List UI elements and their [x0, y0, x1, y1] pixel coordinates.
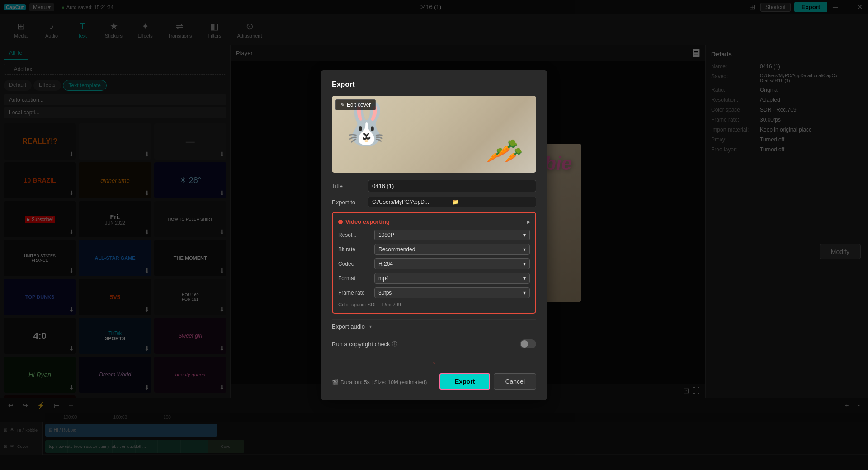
bitrate-row: Bit rate Recommended Low High ▾ — [338, 244, 530, 255]
export-main-button[interactable]: Export — [439, 373, 490, 390]
framerate-dropdown[interactable]: 30fps 24fps 60fps — [378, 290, 523, 296]
video-dot — [338, 220, 343, 224]
copyright-row: Run a copyright check ⓘ — [332, 334, 536, 354]
framerate-row: Frame rate 30fps 24fps 60fps ▾ — [338, 287, 530, 298]
framerate-label: Frame rate — [338, 290, 374, 296]
film-icon: 🎬 — [332, 379, 339, 385]
audio-chevron-icon: ▾ — [369, 324, 372, 329]
framerate-chevron: ▾ — [523, 290, 526, 296]
codec-label: Codec — [338, 261, 374, 267]
bitrate-label: Bit rate — [338, 246, 374, 253]
bitrate-select[interactable]: Recommended Low High ▾ — [374, 244, 530, 255]
toggle-knob — [521, 340, 528, 348]
export-audio-label: Export audio — [332, 323, 365, 330]
bitrate-dropdown[interactable]: Recommended Low High — [378, 246, 523, 253]
title-input[interactable] — [368, 180, 536, 192]
format-row: Format mp4 mov ▾ — [338, 273, 530, 284]
video-export-title: Video exporting ▸ — [338, 218, 530, 225]
export-audio-row[interactable]: Export audio ▾ — [332, 319, 536, 334]
copyright-toggle[interactable] — [520, 339, 536, 348]
format-dropdown[interactable]: mp4 mov — [378, 275, 523, 282]
resolution-row: Resol... 1080P 720P 480P ▾ — [338, 230, 530, 240]
export-to-row: Export to C:/Users/MyPC/AppD... 📁 — [332, 197, 536, 207]
framerate-select[interactable]: 30fps 24fps 60fps ▾ — [374, 287, 530, 298]
codec-chevron: ▾ — [523, 261, 526, 267]
bitrate-chevron: ▾ — [523, 246, 526, 253]
video-export-box: Video exporting ▸ Resol... 1080P 720P 48… — [332, 212, 536, 314]
duration-text: Duration: 5s | Size: 10M (estimated) — [340, 379, 427, 385]
resolution-label: Resol... — [338, 232, 374, 238]
video-export-label: Video exporting — [345, 218, 390, 225]
title-label: Title — [332, 183, 368, 189]
folder-icon[interactable]: 📁 — [452, 199, 532, 205]
arrow-indicator: ↓ — [332, 356, 536, 366]
dialog-footer: 🎬 Duration: 5s | Size: 10M (estimated) E… — [332, 373, 536, 390]
export-dialog-title: Export — [332, 80, 536, 89]
video-expand-icon[interactable]: ▸ — [527, 219, 530, 225]
edit-cover-button[interactable]: ✎ Edit cover — [335, 99, 376, 110]
resolution-dropdown[interactable]: 1080P 720P 480P — [378, 232, 523, 238]
resolution-chevron: ▾ — [523, 232, 526, 238]
export-path[interactable]: C:/Users/MyPC/AppD... 📁 — [368, 197, 536, 207]
export-overlay: Export 🐰 🥕🥕 ✎ Edit cover Title Export to — [0, 0, 868, 470]
export-to-label: Export to — [332, 199, 368, 206]
codec-select[interactable]: H.264 H.265 ▾ — [374, 258, 530, 269]
title-row: Title — [332, 180, 536, 192]
edit-icon: ✎ — [340, 102, 345, 108]
footer-buttons: Export Cancel — [439, 373, 536, 390]
cancel-button[interactable]: Cancel — [494, 373, 536, 390]
info-icon: ⓘ — [392, 340, 397, 348]
resolution-select[interactable]: 1080P 720P 480P ▾ — [374, 230, 530, 240]
format-chevron: ▾ — [523, 275, 526, 282]
format-label: Format — [338, 275, 374, 282]
copyright-label: Run a copyright check ⓘ — [332, 340, 516, 348]
cover-section: 🐰 🥕🥕 ✎ Edit cover — [332, 96, 536, 173]
codec-dropdown[interactable]: H.264 H.265 — [378, 261, 523, 267]
export-dialog: Export 🐰 🥕🥕 ✎ Edit cover Title Export to — [321, 70, 547, 400]
format-select[interactable]: mp4 mov ▾ — [374, 273, 530, 284]
color-space-label: Color space: SDR - Rec.709 — [338, 302, 530, 307]
export-path-value: C:/Users/MyPC/AppD... — [372, 199, 452, 205]
duration-info: 🎬 Duration: 5s | Size: 10M (estimated) — [332, 377, 427, 385]
codec-row: Codec H.264 H.265 ▾ — [338, 258, 530, 269]
